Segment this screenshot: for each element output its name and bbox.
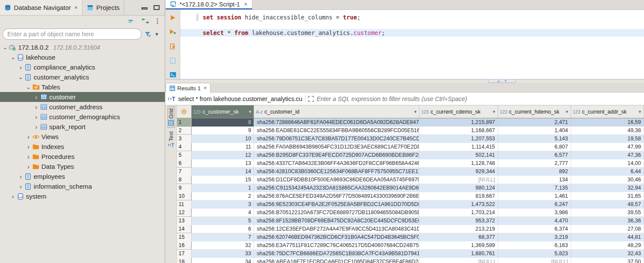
cell-c_customer_sk[interactable]: 2 — [192, 192, 254, 200]
chevron-collapsed-icon[interactable]: › — [33, 113, 40, 120]
cell-c_customer_sk[interactable]: 13 — [192, 159, 254, 168]
tree-item-compliance-analytics[interactable]: ›compliance_analytics — [0, 62, 165, 72]
cell-c_current_addr_sk[interactable]: 48,29 — [571, 241, 644, 250]
cell-c_current_hdemo_sk[interactable]: 3,986 — [498, 209, 571, 217]
editor-text-area[interactable]: set session hide_inaccessible_columns = … — [203, 10, 644, 79]
collapse-down-icon[interactable]: ▼ — [504, 79, 507, 83]
cell-c_customer_sk[interactable]: 7 — [192, 233, 254, 241]
cell-c_customer_id[interactable]: sha256:876ACE5EFED349A2D56F77D5084891433… — [254, 192, 419, 200]
cell-c_customer_sk[interactable]: 1 — [192, 184, 254, 192]
sql-console-icon[interactable] — [169, 70, 177, 79]
chevron-expanded-icon[interactable]: ⌄ — [9, 54, 16, 60]
cell-c_current_hdemo_sk[interactable]: 892 — [498, 168, 571, 176]
cell-c_current_cdemo_sk[interactable]: 1,168,667 — [419, 127, 498, 135]
column-filter-arrow-icon[interactable]: ▼ — [565, 110, 569, 114]
row-number[interactable]: 6 — [177, 159, 192, 168]
cell-c_current_cdemo_sk[interactable]: 1,680,761 — [419, 250, 498, 258]
cell-c_current_cdemo_sk[interactable]: 1,128,748 — [419, 159, 498, 168]
cell-c_customer_sk[interactable]: 3 — [192, 200, 254, 209]
filter-settings-icon[interactable] — [144, 31, 152, 38]
tree-item-customer-analytics[interactable]: ⌄customer_analytics — [0, 72, 165, 82]
row-number[interactable]: 12 — [177, 209, 192, 217]
cell-c_current_cdemo_sk[interactable]: 1,703,214 — [419, 209, 498, 217]
chevron-expanded-icon[interactable]: ⌄ — [17, 74, 24, 80]
cell-c_current_cdemo_sk[interactable]: 929,344 — [419, 168, 498, 176]
tree-item-customer-demographics[interactable]: ›customer_demographics — [0, 112, 165, 122]
column-filter-arrow-icon[interactable]: ▼ — [492, 110, 496, 114]
chevron-down-icon[interactable]: ▼ — [154, 32, 159, 37]
chevron-expanded-icon[interactable]: ⌄ — [2, 44, 9, 51]
execute-statement-icon[interactable] — [169, 13, 177, 22]
chevron-expanded-icon[interactable]: ⌄ — [25, 84, 32, 90]
cell-c_customer_id[interactable]: sha256:8F1528BB708DF69EB475DC92A8C20EC44… — [254, 217, 419, 225]
cell-c_customer_id[interactable]: sha256:72888646ABF61FA044EDEC061D6DA5A09… — [254, 118, 419, 127]
cell-c_customer_sk[interactable]: 10 — [192, 135, 254, 143]
cell-c_current_hdemo_sk[interactable]: 134 — [498, 176, 571, 184]
row-number[interactable]: 14 — [177, 225, 192, 233]
chevron-collapsed-icon[interactable]: › — [17, 173, 24, 180]
close-icon[interactable]: × — [204, 85, 207, 91]
cell-c_current_addr_sk[interactable]: 19,58 — [571, 135, 644, 143]
chevron-collapsed-icon[interactable]: › — [9, 193, 16, 200]
cell-c_customer_sk[interactable]: 33 — [192, 250, 254, 258]
tree-item-views[interactable]: ›Views — [0, 132, 165, 142]
record-mode-icon[interactable] — [177, 105, 192, 118]
cell-c_current_hdemo_sk[interactable]: 6,374 — [498, 225, 571, 233]
close-icon[interactable]: × — [75, 4, 78, 11]
column-header-c_customer_sk[interactable]: 123c_customer_sk▼ — [192, 105, 254, 118]
cell-c_current_addr_sk[interactable]: 32,94 — [571, 184, 644, 192]
tree-item-information-schema[interactable]: ›information_schema — [0, 181, 165, 191]
cell-c_customer_sk[interactable]: 9 — [192, 127, 254, 135]
cell-c_current_hdemo_sk[interactable]: 6,163 — [498, 241, 571, 250]
cell-c_current_addr_sk[interactable]: 48,57 — [571, 200, 644, 209]
cell-c_customer_id[interactable]: sha256:42810C83B0360CE125634F068BAF8FF75… — [254, 168, 419, 176]
sql-line-3[interactable]: select * from lakehouse.customer_analyti… — [180, 29, 644, 37]
cell-c_current_addr_sk[interactable]: 44,81 — [571, 233, 644, 241]
cell-c_customer_sk[interactable]: 11 — [192, 143, 254, 151]
tree-item-tables[interactable]: ⌄Tables — [0, 82, 165, 92]
row-number[interactable]: 10 — [177, 192, 192, 200]
row-number[interactable]: 5 — [177, 151, 192, 159]
cell-c_current_cdemo_sk[interactable]: 1,473,522 — [419, 200, 498, 209]
tab-script-1[interactable]: *<172.18.0.2> Script-1 × — [166, 0, 252, 10]
row-number[interactable]: 16 — [177, 241, 192, 250]
cell-c_current_hdemo_sk[interactable]: 4,470 — [498, 217, 571, 225]
row-number[interactable]: 11 — [177, 200, 192, 209]
cell-c_current_addr_sk[interactable]: 30,46 — [571, 176, 644, 184]
cell-c_current_hdemo_sk[interactable]: 6,247 — [498, 200, 571, 209]
expand-filter-icon[interactable] — [308, 96, 314, 102]
editor-results-splitter[interactable]: ▲ ▼ — [166, 79, 644, 83]
cell-c_customer_sk[interactable]: 4 — [192, 209, 254, 217]
cell-c_current_addr_sk[interactable]: 27,08 — [571, 225, 644, 233]
cell-c_customer_id[interactable]: sha256:E3A77511F81C7289C76C4065217D5D406… — [254, 241, 419, 250]
tab-projects[interactable]: Projects — [82, 0, 124, 15]
row-number[interactable]: 4 — [177, 143, 192, 151]
cell-c_current_hdemo_sk[interactable]: 1,404 — [498, 127, 571, 135]
cell-c_current_cdemo_sk[interactable]: 213,219 — [419, 225, 498, 233]
cell-c_current_addr_sk[interactable]: 49,38 — [571, 127, 644, 135]
cell-c_current_hdemo_sk[interactable]: 1,461 — [498, 192, 571, 200]
column-filter-arrow-icon[interactable]: ▼ — [413, 110, 417, 114]
close-icon[interactable]: × — [244, 1, 248, 7]
cell-c_current_addr_sk[interactable]: 39,55 — [571, 209, 644, 217]
cell-c_customer_sk[interactable]: 34 — [192, 258, 254, 263]
tab-database-navigator[interactable]: Database Navigator × — [0, 0, 82, 15]
tree-item-172-18-0-2[interactable]: ⌄172.18.0.2172.18.0.2:31604 — [0, 42, 165, 52]
cell-c_current_cdemo_sk[interactable]: 819,667 — [419, 192, 498, 200]
cell-c_customer_id[interactable]: sha256:B295D8FC337E9E4FECD0725D907ACD6B6… — [254, 151, 419, 159]
column-header-c_customer_id[interactable]: A-zc_customer_id▼ — [254, 105, 419, 118]
cell-c_current_addr_sk[interactable]: 16,59 — [571, 118, 644, 127]
tree-item-data-types[interactable]: ›Data Types — [0, 162, 165, 171]
tree-item-lakehouse[interactable]: ⌄lakehouse — [0, 52, 165, 62]
cell-c_customer_id[interactable]: sha256:B705122120A673FC7DE6889727DB11809… — [254, 209, 419, 217]
tree-item-indexes[interactable]: ›Indexes — [0, 142, 165, 152]
chevron-collapsed-icon[interactable]: › — [25, 143, 32, 150]
cell-c_current_cdemo_sk[interactable]: 502,141 — [419, 151, 498, 159]
chevron-collapsed-icon[interactable]: › — [25, 163, 32, 170]
cell-c_customer_sk[interactable]: 8 — [192, 118, 254, 127]
cell-c_current_addr_sk[interactable]: 6,44 — [571, 168, 644, 176]
cell-c_current_addr_sk[interactable]: 14,00 — [571, 159, 644, 168]
row-number[interactable]: 3 — [177, 135, 192, 143]
minimize-icon[interactable] — [141, 7, 148, 10]
cell-c_customer_id[interactable]: sha256:12CE35EFDABF272A4A47E9FA9CC5D4113… — [254, 225, 419, 233]
